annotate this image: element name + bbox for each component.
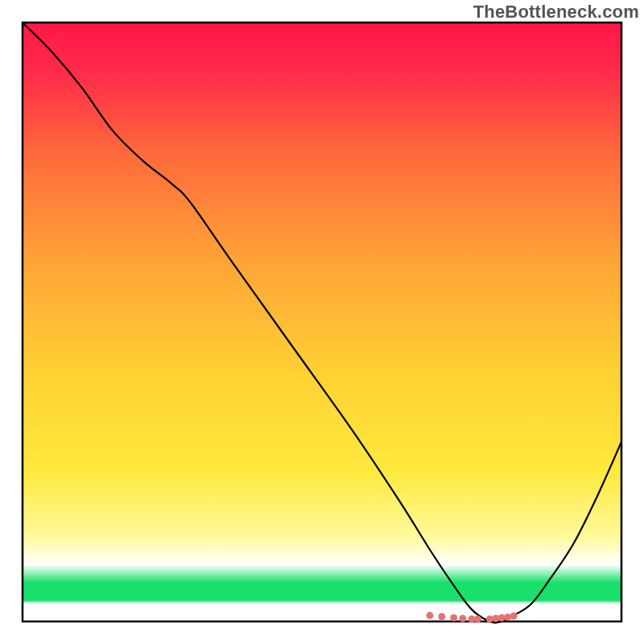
bottom-point (510, 613, 518, 620)
bottom-point (459, 615, 466, 622)
bottom-point (504, 613, 511, 621)
chart-frame: TheBottleneck.com (0, 0, 644, 644)
bottom-point (450, 614, 457, 621)
bottleneck-chart (0, 0, 644, 644)
watermark-label: TheBottleneck.com (473, 2, 639, 23)
plot-background (23, 23, 621, 621)
bottom-point (426, 612, 433, 619)
bottom-point (438, 613, 445, 621)
bottom-point (474, 616, 481, 623)
